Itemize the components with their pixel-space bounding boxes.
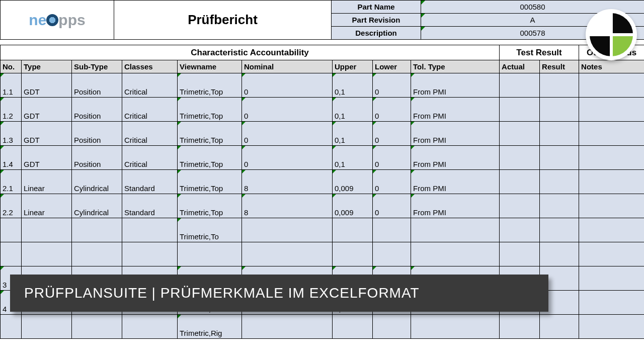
cell-view-text: Trimetric,Top: [180, 184, 223, 193]
cell-cls-text: Critical: [124, 136, 147, 144]
cell-type-text: GDT: [24, 112, 40, 120]
cell-no-text: 2.1: [3, 184, 13, 193]
cell-act: [500, 170, 540, 194]
cell-view-text: Trimetric,Top: [180, 208, 223, 217]
cell-act: [500, 242, 540, 266]
cell-type: [22, 242, 72, 266]
cell-flag-icon: [333, 122, 336, 125]
hdr-value-description-text: 000578: [520, 29, 545, 37]
cell-view: Trimetric,To: [178, 218, 242, 242]
report-title: Prüfbericht: [114, 1, 332, 40]
cell-note: [579, 218, 644, 242]
cell-flag-icon: [333, 146, 336, 149]
cell-nom: 8: [242, 194, 333, 218]
cell-flag-icon: [1, 98, 4, 101]
banner-text: PRÜFPLANSUITE | PRÜFMERKMALE IM EXCELFOR…: [24, 285, 420, 301]
cell-no-text: 1.2: [3, 112, 13, 120]
cell-type-text: GDT: [24, 136, 40, 144]
cell-sub: Position: [72, 146, 122, 170]
table-row: 2.2LinearCylindricalStandardTrimetric,To…: [1, 194, 645, 218]
cell-view-text: Trimetric,To: [180, 232, 219, 241]
cell-flag-icon: [373, 73, 376, 77]
cell-flag-icon: [373, 170, 376, 173]
table-row: 1.3GDTPositionCriticalTrimetric,Top00,10…: [1, 122, 645, 146]
cell-view-text: Trimetric,Top: [180, 160, 223, 168]
cell-cls: Critical: [122, 98, 178, 122]
cell-res: [540, 194, 579, 218]
cell-note: [579, 291, 644, 315]
cell-flag-icon: [373, 146, 376, 149]
col-type: Type: [22, 60, 72, 73]
cell-up-text: 0,1: [335, 87, 345, 96]
hdr-label-description: Description: [332, 27, 421, 40]
overlay-banner: PRÜFPLANSUITE | PRÜFMERKMALE IM EXCELFOR…: [10, 275, 548, 312]
cell-flag-icon: [242, 194, 246, 198]
section-accountability: Characteristic Accountability: [1, 45, 500, 60]
cell-view: Trimetric,Top: [178, 73, 242, 98]
cell-flag-icon: [178, 266, 181, 270]
cell-low: 0: [373, 146, 411, 170]
company-logo: nepps: [29, 12, 85, 28]
cell-sub: Cylindrical: [72, 194, 122, 218]
cell-view-text: Trimetric,Top: [180, 112, 223, 120]
table-row: 1.2GDTPositionCriticalTrimetric,Top00,10…: [1, 98, 645, 122]
cell-no-text: 1.4: [3, 160, 13, 168]
cell-note: [579, 73, 644, 98]
cell-nom: 0: [242, 122, 333, 146]
cell-sub-text: Position: [74, 160, 101, 168]
cell-low: [373, 218, 411, 242]
cell-cls: [122, 218, 178, 242]
cell-flag-icon: [1, 291, 4, 294]
cell-type: GDT: [22, 122, 72, 146]
cell-nom: [242, 315, 333, 339]
col-act: Actual: [500, 60, 540, 73]
cell-cls: Critical: [122, 73, 178, 98]
cell-res: [540, 218, 579, 242]
cell-nom-text: 0: [244, 112, 248, 120]
cell-note: [579, 315, 644, 339]
cell-view-text: Trimetric,Rig: [180, 329, 222, 337]
cell-up: [333, 242, 373, 266]
cell-type-text: Linear: [24, 184, 45, 193]
cell-flag-icon: [1, 266, 4, 270]
cell-low: 0: [373, 73, 411, 98]
cell-type-text: GDT: [24, 160, 40, 168]
cell-tol-text: From PMI: [413, 184, 446, 193]
cell-type: GDT: [22, 73, 72, 98]
cell-view: Trimetric,Top: [178, 122, 242, 146]
cell-up-text: 0,1: [335, 136, 345, 144]
cell-no: 1.1: [1, 73, 22, 98]
cell-up: [333, 218, 373, 242]
cell-note: [579, 266, 644, 291]
cell-up-text: 0,1: [335, 160, 345, 168]
col-view: Viewname: [178, 60, 242, 73]
col-tol: Tol. Type: [411, 60, 500, 73]
logo-prefix: ne: [29, 12, 46, 28]
cell-sub: [72, 242, 122, 266]
cell-low: 0: [373, 122, 411, 146]
cell-sub-text: Cylindrical: [74, 184, 109, 193]
cell-flag-icon: [411, 122, 415, 125]
cell-no-text: 4: [3, 305, 7, 313]
col-sub: Sub-Type: [72, 60, 122, 73]
cell-cls: Critical: [122, 122, 178, 146]
cell-low: 0: [373, 194, 411, 218]
cell-low-text: 0: [375, 87, 379, 96]
cell-res: [540, 122, 579, 146]
cell-no-text: 1.3: [3, 136, 13, 144]
cell-note: [579, 122, 644, 146]
cell-up: 0,009: [333, 170, 373, 194]
cell-low-text: 0: [375, 112, 379, 120]
cell-type: GDT: [22, 98, 72, 122]
cell-view: Trimetric,Top: [178, 170, 242, 194]
hdr-value-revision-text: A: [530, 16, 535, 24]
cell-nom-text: 0: [244, 87, 248, 96]
cell-note: [579, 98, 644, 122]
cell-flag-icon: [333, 73, 336, 77]
cell-flag-icon: [411, 98, 415, 101]
cell-tol: From PMI: [411, 194, 500, 218]
table-row: 2.1LinearCylindricalStandardTrimetric,To…: [1, 170, 645, 194]
quadrant-logo-icon: [587, 10, 636, 59]
cell-act: [500, 218, 540, 242]
cell-flag-icon: [178, 218, 181, 222]
